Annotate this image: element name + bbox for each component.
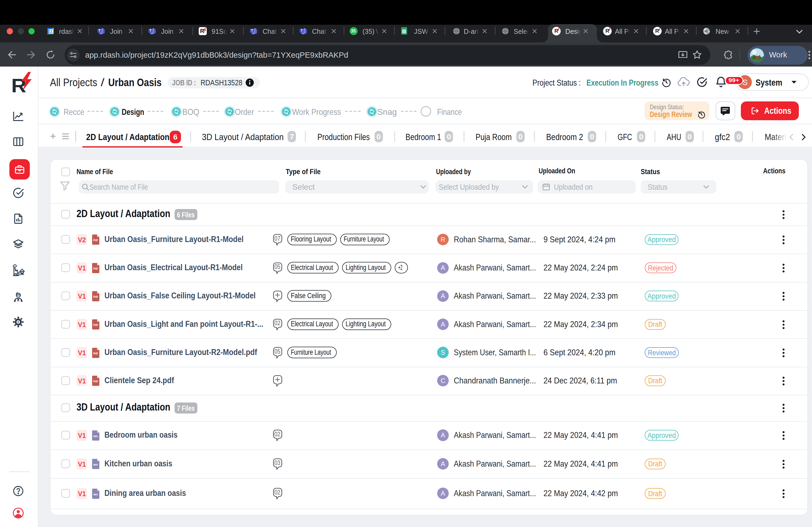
svg-text:Pdf: Pdf	[93, 352, 98, 355]
svg-text:gfc2: gfc2	[715, 132, 730, 142]
svg-text:0: 0	[518, 133, 523, 141]
svg-text:Approved: Approved	[648, 236, 676, 244]
svg-text:Electrical Layout: Electrical Layout	[291, 320, 333, 328]
svg-text:6: 6	[173, 133, 177, 141]
svg-text:02: 02	[274, 320, 280, 327]
svg-text:Type of File: Type of File	[286, 167, 321, 176]
svg-text:AHU: AHU	[667, 132, 681, 142]
svg-text:Bedroom 1: Bedroom 1	[405, 132, 441, 142]
svg-text:Recce: Recce	[64, 107, 84, 117]
svg-text:V1: V1	[78, 377, 86, 385]
svg-text:/: /	[101, 76, 105, 88]
svg-text:Snag: Snag	[377, 107, 397, 117]
svg-text:Execution In Progress: Execution In Progress	[586, 78, 658, 88]
svg-text:Work Progress: Work Progress	[292, 107, 341, 117]
svg-text:2D Layout / Adaptation: 2D Layout / Adaptation	[86, 132, 170, 142]
svg-text:Order: Order	[235, 107, 254, 117]
svg-text:03: 03	[274, 459, 280, 466]
svg-text:Chandranath Bannerje...: Chandranath Bannerje...	[454, 376, 536, 385]
svg-text:02: 02	[274, 488, 280, 496]
svg-text:0: 0	[687, 133, 692, 141]
svg-text:Clientele Sep 24.pdf: Clientele Sep 24.pdf	[104, 376, 174, 385]
svg-text:99+: 99+	[728, 77, 739, 83]
svg-text:Design Review: Design Review	[650, 110, 692, 119]
svg-text:11: 11	[48, 29, 53, 33]
svg-text:24 Dec 2024, 6:11 pm: 24 Dec 2024, 6:11 pm	[543, 376, 617, 385]
svg-text:0: 0	[376, 133, 381, 141]
svg-text:Akash Parwani, Samart...: Akash Parwani, Samart...	[454, 291, 536, 301]
svg-text:Search Name of File: Search Name of File	[89, 183, 148, 191]
svg-text:05: 05	[274, 348, 280, 355]
svg-text:app.rdash.io/project/19zK2qVg9: app.rdash.io/project/19zK2qVg91dbB0k3/de…	[85, 51, 348, 59]
svg-text:Project Status :: Project Status :	[533, 78, 581, 88]
svg-text:RDASH13528: RDASH13528	[201, 78, 242, 87]
svg-text:02: 02	[274, 431, 280, 438]
svg-text:Materia: Materia	[765, 132, 788, 142]
svg-text:Pdf: Pdf	[93, 239, 98, 242]
svg-text:Reviewed: Reviewed	[648, 349, 676, 357]
svg-text:3D Layout / Adaptation: 3D Layout / Adaptation	[202, 132, 284, 142]
svg-text:Urban Oasis: Urban Oasis	[108, 76, 162, 88]
svg-text:Urban Oasis_Light and Fan poin: Urban Oasis_Light and Fan point Layout-R…	[104, 319, 263, 329]
svg-text:6 Sept 2024, 4:20 pm: 6 Sept 2024, 4:20 pm	[543, 348, 615, 357]
svg-text:Electrical Layout: Electrical Layout	[291, 264, 333, 272]
svg-text:Draft: Draft	[648, 460, 662, 468]
svg-text:6 Files: 6 Files	[177, 211, 195, 219]
svg-text:Status: Status	[648, 183, 668, 191]
svg-text:V1: V1	[78, 320, 86, 328]
svg-text:Production Files: Production Files	[317, 132, 370, 142]
svg-text:Urban Oasis_Electrical Layout-: Urban Oasis_Electrical Layout-R1-Model	[104, 263, 243, 272]
svg-text:IMG: IMG	[93, 493, 98, 496]
svg-text:V1: V1	[78, 460, 86, 468]
svg-text:System User, Samarth I...: System User, Samarth I...	[454, 348, 536, 357]
svg-text:All Projects: All Projects	[50, 76, 97, 88]
svg-text:Dining area urban oasis: Dining area urban oasis	[104, 488, 186, 498]
svg-text:Flooring Layout: Flooring Layout	[291, 235, 331, 243]
svg-text:Design: Design	[122, 107, 144, 117]
svg-text:Furniture Layout: Furniture Layout	[291, 348, 331, 356]
svg-text:Design Status:: Design Status:	[650, 103, 684, 110]
svg-text:Puja Room: Puja Room	[476, 132, 512, 142]
svg-text:Akash Parwani, Samart...: Akash Parwani, Samart...	[454, 488, 536, 498]
svg-text:Rohan Sharma, Samar...: Rohan Sharma, Samar...	[454, 235, 536, 244]
svg-text:V1: V1	[78, 349, 86, 357]
svg-text:0: 0	[737, 133, 741, 141]
svg-text:Akash Parwani, Samart...: Akash Parwani, Samart...	[454, 459, 536, 468]
svg-text:V1: V1	[78, 292, 86, 300]
svg-text:22 May 2024, 2:24 pm: 22 May 2024, 2:24 pm	[543, 263, 618, 272]
svg-text:22 May 2024, 4:41 pm: 22 May 2024, 4:41 pm	[543, 431, 618, 440]
svg-text:Select Uploaded by: Select Uploaded by	[439, 183, 499, 191]
svg-text:Bedroom 2: Bedroom 2	[546, 132, 583, 142]
svg-text:BOQ: BOQ	[182, 107, 199, 117]
svg-text:0: 0	[639, 133, 643, 141]
svg-text:Draft: Draft	[648, 377, 662, 385]
svg-text:Pdf: Pdf	[93, 296, 98, 298]
svg-text:V2: V2	[78, 236, 86, 244]
svg-text:Approved: Approved	[648, 432, 676, 439]
svg-text:Urban Oasis_Furniture Layout-R: Urban Oasis_Furniture Layout-R2-Model.pd…	[104, 347, 257, 357]
svg-text:07: 07	[274, 235, 280, 242]
svg-text:Urban Oasis_Furniture Layout-R: Urban Oasis_Furniture Layout-R1-Model	[104, 235, 244, 244]
svg-text:JOB ID :: JOB ID :	[172, 78, 196, 87]
svg-text:Select: Select	[292, 183, 315, 191]
svg-text:05: 05	[274, 263, 280, 270]
svg-text:Actions: Actions	[763, 167, 785, 175]
svg-text:Actions: Actions	[764, 106, 791, 116]
svg-text:Finance: Finance	[437, 107, 462, 117]
svg-text:+2: +2	[398, 264, 402, 272]
svg-text:IMG: IMG	[93, 463, 98, 466]
svg-text:7: 7	[290, 133, 294, 141]
svg-text:Akash Parwani, Samart...: Akash Parwani, Samart...	[454, 263, 536, 272]
svg-text:2D Layout / Adaptation: 2D Layout / Adaptation	[76, 208, 170, 219]
svg-text:IMG: IMG	[93, 435, 98, 437]
svg-text:V1: V1	[78, 432, 86, 439]
svg-text:Pdf: Pdf	[93, 323, 98, 327]
svg-text:22 May 2024, 2:34 pm: 22 May 2024, 2:34 pm	[543, 320, 618, 329]
svg-text:Lighting Layout: Lighting Layout	[346, 320, 386, 328]
svg-text:Approved: Approved	[648, 292, 676, 300]
svg-text:9 Sept 2024, 4:24 pm: 9 Sept 2024, 4:24 pm	[543, 235, 615, 244]
svg-text:7 Files: 7 Files	[177, 404, 195, 412]
svg-text:Akash Parwani, Samart...: Akash Parwani, Samart...	[454, 431, 536, 440]
svg-text:Urban Oasis_False Ceiling Layo: Urban Oasis_False Ceiling Layout-R1-Mode…	[104, 291, 256, 300]
svg-text:False Ceiling: False Ceiling	[291, 292, 326, 300]
